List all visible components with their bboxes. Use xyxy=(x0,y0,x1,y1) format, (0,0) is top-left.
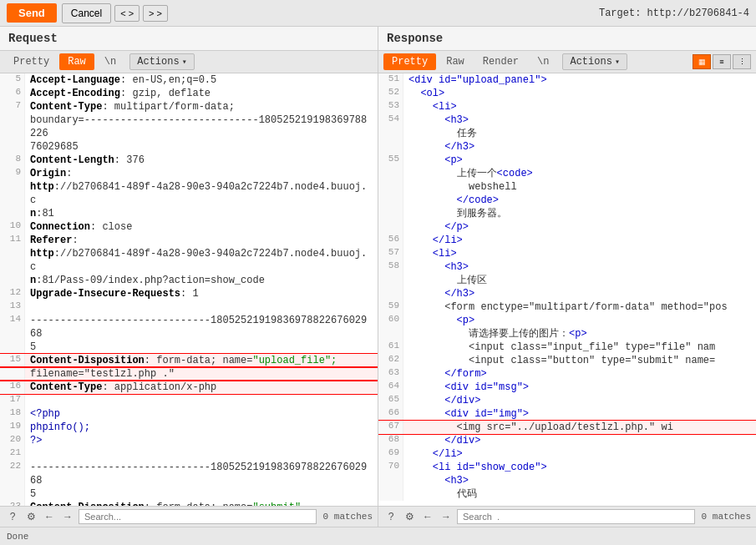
line-content: </div> xyxy=(403,394,756,407)
line-number: 69 xyxy=(378,447,403,461)
cancel-button[interactable]: Cancel xyxy=(62,3,111,23)
line-number xyxy=(0,180,25,207)
line-number xyxy=(0,247,25,274)
req-help-icon[interactable]: ? xyxy=(5,509,20,524)
response-search-input[interactable] xyxy=(457,509,695,524)
request-content[interactable]: 5Accept-Language: en-US,en;q=0.56Accept-… xyxy=(0,73,378,506)
line-number: 8 xyxy=(0,154,25,167)
line-number xyxy=(378,474,403,487)
table-row: 到服务器。 xyxy=(378,207,756,220)
tab-pretty-resp[interactable]: Pretty xyxy=(383,53,436,70)
line-content: Accept-Language: en-US,en;q=0.5 xyxy=(25,73,378,87)
line-content: Content-Type: multipart/form-data; xyxy=(25,100,378,114)
line-content: <h3> xyxy=(403,114,756,127)
line-content: ------------------------------1805252191… xyxy=(25,461,378,487)
line-number: 70 xyxy=(378,461,403,474)
table-row: 62 <input class="button" type="submit" n… xyxy=(378,354,756,367)
request-actions-menu[interactable]: Actions xyxy=(129,53,194,70)
line-content: <li id="show_code"> xyxy=(403,461,756,474)
table-row: 54 <h3> xyxy=(378,114,756,127)
line-content xyxy=(25,300,378,314)
request-search-input[interactable] xyxy=(79,509,317,524)
line-number: 14 xyxy=(0,314,25,341)
tab-ln-resp[interactable]: \n xyxy=(529,53,557,70)
view-toggle: ▦ ≡ ⋮ xyxy=(693,54,751,69)
table-row: </code> xyxy=(378,194,756,207)
line-content: Connection: close xyxy=(25,220,378,234)
view-grid-btn[interactable]: ▦ xyxy=(693,54,711,69)
tab-raw-req[interactable]: Raw xyxy=(59,53,94,70)
response-actions-menu[interactable]: Actions xyxy=(562,53,627,70)
line-number: 5 xyxy=(0,73,25,87)
send-button[interactable]: Send xyxy=(7,3,57,23)
response-search-bar: ? ⚙ ← → 0 matches xyxy=(378,506,756,527)
line-content: boundary=-----------------------------18… xyxy=(25,114,378,140)
view-lines-btn[interactable]: ⋮ xyxy=(733,54,751,69)
table-row: 52 <ol> xyxy=(378,87,756,100)
line-content: <li> xyxy=(403,100,756,114)
line-number: 66 xyxy=(378,407,403,421)
line-number xyxy=(378,327,403,341)
line-content: Content-Length: 376 xyxy=(25,154,378,167)
response-content[interactable]: 51<div id="upload_panel">52 <ol>53 <li>5… xyxy=(378,73,756,506)
line-content: 到服务器。 xyxy=(403,207,756,220)
line-content: Content-Type: application/x-php xyxy=(25,381,378,394)
table-row: 64 <div id="msg"> xyxy=(378,381,756,394)
resp-prev-match[interactable]: ← xyxy=(420,509,435,524)
target-info: Target: http://b2706841-4 xyxy=(599,8,749,19)
request-tab-bar: Pretty Raw \n Actions xyxy=(0,51,378,73)
top-toolbar: Send Cancel < > > > Target: http://b2706… xyxy=(0,0,756,27)
line-content: filename="testlzl.php ." xyxy=(25,367,378,381)
line-number: 22 xyxy=(0,461,25,487)
table-row: 任务 xyxy=(378,127,756,140)
line-number xyxy=(378,127,403,140)
line-number: 6 xyxy=(0,87,25,100)
tab-ln-req[interactable]: \n xyxy=(96,53,124,70)
line-number xyxy=(378,140,403,154)
line-number: 13 xyxy=(0,300,25,314)
line-number xyxy=(0,274,25,287)
line-content: <div id="msg"> xyxy=(403,381,756,394)
line-number: 17 xyxy=(0,394,25,407)
line-content: n:81 xyxy=(25,207,378,220)
tab-pretty-req[interactable]: Pretty xyxy=(5,53,58,70)
line-content: Accept-Encoding: gzip, deflate xyxy=(25,87,378,100)
tab-raw-resp[interactable]: Raw xyxy=(438,53,473,70)
table-row: </h3> xyxy=(378,140,756,154)
tab-render-resp[interactable]: Render xyxy=(474,53,527,70)
line-number: 62 xyxy=(378,354,403,367)
line-content: <div id="img"> xyxy=(403,407,756,421)
req-settings-icon[interactable]: ⚙ xyxy=(23,509,38,524)
line-number: 15 xyxy=(0,354,25,367)
table-row: 66 <div id="img"> xyxy=(378,407,756,421)
table-row: webshell xyxy=(378,180,756,194)
line-content: phpinfo(); xyxy=(25,421,378,434)
req-next-match[interactable]: → xyxy=(60,509,75,524)
resp-settings-icon[interactable]: ⚙ xyxy=(402,509,417,524)
line-content: 5 xyxy=(25,487,378,501)
line-number xyxy=(0,140,25,154)
line-number xyxy=(0,367,25,381)
line-number xyxy=(378,487,403,501)
nav-fwd-button[interactable]: > > xyxy=(143,5,168,22)
line-number: 53 xyxy=(378,100,403,114)
line-content: 76029685 xyxy=(25,140,378,154)
line-number: 16 xyxy=(0,381,25,394)
req-prev-match[interactable]: ← xyxy=(42,509,57,524)
table-row: 代码 xyxy=(378,487,756,501)
line-content: Content-Disposition: form-data; name="up… xyxy=(25,354,378,367)
line-number: 20 xyxy=(0,434,25,447)
view-list-btn[interactable]: ≡ xyxy=(713,54,731,69)
line-number: 67 xyxy=(378,421,403,434)
resp-next-match[interactable]: → xyxy=(439,509,454,524)
line-number: 56 xyxy=(378,234,403,247)
line-content: <form enctype="multipart/form-data" meth… xyxy=(403,300,756,314)
line-number: 60 xyxy=(378,314,403,327)
table-row: </p> xyxy=(378,220,756,234)
resp-help-icon[interactable]: ? xyxy=(383,509,398,524)
line-content: <li> xyxy=(403,247,756,260)
nav-back-button[interactable]: < > xyxy=(114,5,140,22)
table-row: 68 </div> xyxy=(378,434,756,447)
line-number: 21 xyxy=(0,447,25,461)
line-number xyxy=(378,287,403,300)
